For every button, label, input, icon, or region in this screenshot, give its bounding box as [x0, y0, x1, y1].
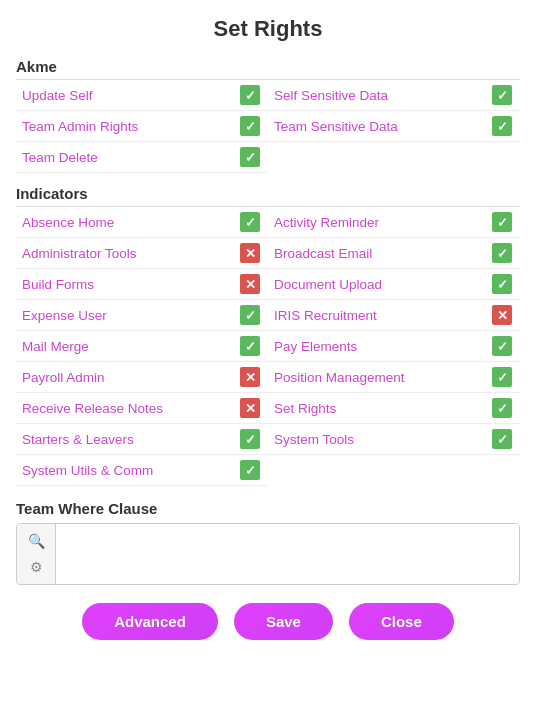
unchecked-icon[interactable] [240, 367, 260, 387]
checked-icon[interactable] [492, 85, 512, 105]
rights-item-label: System Utils & Comm [22, 463, 153, 478]
rights-item[interactable]: Mail Merge [16, 331, 268, 362]
rights-item-label: Set Rights [274, 401, 336, 416]
rights-item[interactable]: Set Rights [268, 393, 520, 424]
team-where-box: 🔍 ⚙ [16, 523, 520, 585]
rights-item[interactable]: Expense User [16, 300, 268, 331]
checked-icon[interactable] [492, 336, 512, 356]
rights-item-label: Expense User [22, 308, 107, 323]
indicators-grid: Absence HomeAdministrator ToolsBuild For… [16, 206, 520, 486]
rights-item-label: Document Upload [274, 277, 382, 292]
rights-item[interactable]: Payroll Admin [16, 362, 268, 393]
unchecked-icon[interactable] [240, 398, 260, 418]
akme-left-col: Update SelfTeam Admin RightsTeam Delete [16, 80, 268, 173]
rights-item[interactable]: Self Sensitive Data [268, 80, 520, 111]
checked-icon[interactable] [492, 367, 512, 387]
checked-icon[interactable] [492, 212, 512, 232]
rights-item-label: Administrator Tools [22, 246, 137, 261]
unchecked-icon[interactable] [240, 243, 260, 263]
rights-item[interactable]: Administrator Tools [16, 238, 268, 269]
checked-icon[interactable] [240, 460, 260, 480]
indicators-section-header: Indicators [16, 185, 520, 202]
checked-icon[interactable] [240, 429, 260, 449]
rights-item-label: Mail Merge [22, 339, 89, 354]
checked-icon[interactable] [240, 85, 260, 105]
akme-grid: Update SelfTeam Admin RightsTeam Delete … [16, 79, 520, 173]
rights-item-label: Team Delete [22, 150, 98, 165]
checked-icon[interactable] [240, 116, 260, 136]
rights-item[interactable]: Team Sensitive Data [268, 111, 520, 142]
checked-icon[interactable] [492, 274, 512, 294]
rights-item-label: Broadcast Email [274, 246, 372, 261]
advanced-button[interactable]: Advanced [82, 603, 218, 640]
page-title: Set Rights [16, 10, 520, 42]
checked-icon[interactable] [240, 305, 260, 325]
rights-item[interactable]: System Tools [268, 424, 520, 455]
checked-icon[interactable] [240, 212, 260, 232]
rights-item[interactable]: Broadcast Email [268, 238, 520, 269]
checked-icon[interactable] [240, 147, 260, 167]
akme-section-header: Akme [16, 58, 520, 75]
rights-item[interactable]: Absence Home [16, 207, 268, 238]
rights-item-label: Pay Elements [274, 339, 357, 354]
close-button[interactable]: Close [349, 603, 454, 640]
buttons-row: Advanced Save Close [16, 603, 520, 640]
team-where-section: Team Where Clause 🔍 ⚙ [16, 500, 520, 585]
rights-item[interactable]: Receive Release Notes [16, 393, 268, 424]
team-where-label: Team Where Clause [16, 500, 520, 517]
gear-icon[interactable]: ⚙ [25, 556, 47, 578]
rights-item-label: IRIS Recruitment [274, 308, 377, 323]
indicators-right-col: Activity ReminderBroadcast EmailDocument… [268, 207, 520, 486]
rights-item-label: Absence Home [22, 215, 114, 230]
team-where-icons: 🔍 ⚙ [17, 524, 56, 584]
rights-item-label: Position Management [274, 370, 405, 385]
rights-item-label: System Tools [274, 432, 354, 447]
rights-item[interactable]: Activity Reminder [268, 207, 520, 238]
unchecked-icon[interactable] [492, 305, 512, 325]
rights-item-label: Team Admin Rights [22, 119, 138, 134]
rights-item[interactable]: Position Management [268, 362, 520, 393]
team-where-textarea[interactable] [56, 524, 519, 584]
indicators-left-col: Absence HomeAdministrator ToolsBuild For… [16, 207, 268, 486]
checked-icon[interactable] [492, 429, 512, 449]
checked-icon[interactable] [492, 116, 512, 136]
rights-item[interactable]: Team Admin Rights [16, 111, 268, 142]
rights-item[interactable]: Update Self [16, 80, 268, 111]
rights-item[interactable]: Starters & Leavers [16, 424, 268, 455]
save-button[interactable]: Save [234, 603, 333, 640]
checked-icon[interactable] [492, 243, 512, 263]
rights-item[interactable]: Team Delete [16, 142, 268, 173]
rights-item-label: Activity Reminder [274, 215, 379, 230]
unchecked-icon[interactable] [240, 274, 260, 294]
rights-item-label: Payroll Admin [22, 370, 105, 385]
search-icon[interactable]: 🔍 [25, 530, 47, 552]
rights-item-label: Team Sensitive Data [274, 119, 398, 134]
rights-item-label: Update Self [22, 88, 93, 103]
rights-item-label: Starters & Leavers [22, 432, 134, 447]
checked-icon[interactable] [240, 336, 260, 356]
checked-icon[interactable] [492, 398, 512, 418]
rights-item-label: Build Forms [22, 277, 94, 292]
rights-item[interactable]: IRIS Recruitment [268, 300, 520, 331]
rights-item[interactable]: Build Forms [16, 269, 268, 300]
rights-item[interactable]: Pay Elements [268, 331, 520, 362]
rights-item-label: Self Sensitive Data [274, 88, 388, 103]
akme-right-col: Self Sensitive DataTeam Sensitive Data [268, 80, 520, 173]
rights-item[interactable]: Document Upload [268, 269, 520, 300]
rights-item[interactable]: System Utils & Comm [16, 455, 268, 486]
rights-item-label: Receive Release Notes [22, 401, 163, 416]
